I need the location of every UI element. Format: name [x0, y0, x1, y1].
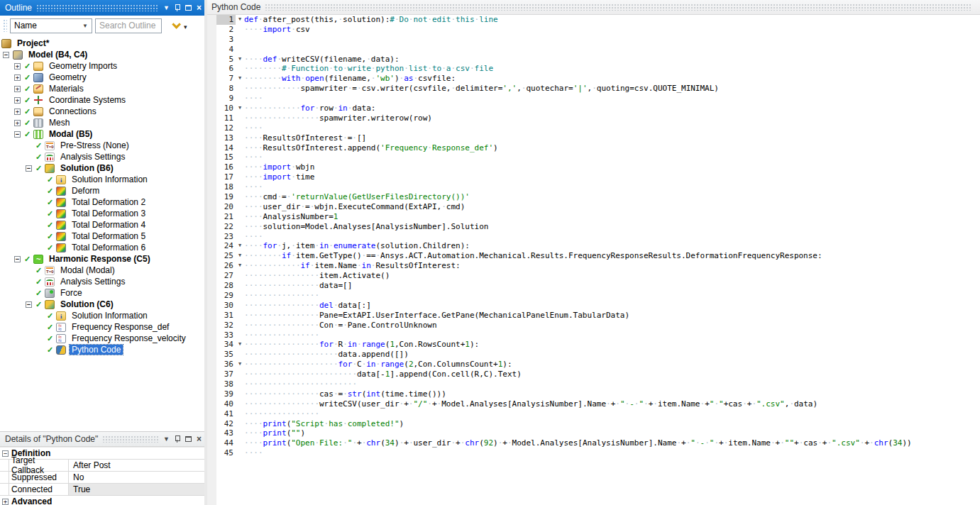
code-area[interactable]: 1▼def·after_post(this,·solution):#·Do·no…	[207, 15, 980, 505]
tree-item-materials[interactable]: +✓Materials	[0, 83, 204, 94]
tree-item-harmonic-response-c5[interactable]: −✓Harmonic Response (C5)	[0, 253, 204, 265]
collapse-icon[interactable]: −	[2, 450, 9, 457]
code-line[interactable]: 20····user_dir·=·wbjn.ExecuteCommand(Ext…	[207, 202, 980, 212]
code-line[interactable]: 35····················data.append([])	[207, 350, 980, 360]
code-line[interactable]: 19····cmd·=·'returnValue(GetUserFilesDir…	[207, 192, 980, 202]
tree-expander-icon[interactable]: +	[13, 63, 24, 70]
code-line[interactable]: 25▼········if·item.GetType()·==·Ansys.AC…	[207, 251, 980, 261]
fold-marker-icon[interactable]: ▼	[236, 251, 244, 261]
pin-icon[interactable]	[175, 4, 180, 12]
tree-item-label[interactable]: Analysis Settings	[58, 277, 127, 287]
expand-icon[interactable]: +	[14, 63, 21, 70]
code-line[interactable]: 26▼············if·item.Name·in·ResultsOf…	[207, 261, 980, 271]
tree-item-modal-modal[interactable]: ✓Modal (Modal)	[0, 265, 204, 276]
code-line[interactable]: 9····	[207, 94, 980, 104]
tree-item-total-deformation-5[interactable]: ✓Total Deformation 5	[0, 231, 204, 242]
tree-item-label[interactable]: Model (B4, C4)	[26, 50, 89, 60]
code-line[interactable]: 37························data[-1].appen…	[207, 370, 980, 379]
code-line[interactable]: 39················cas·=·str(int(time.tim…	[207, 389, 980, 399]
tree-item-mesh[interactable]: +✓Mesh	[0, 117, 204, 128]
tree-item-label[interactable]: Pre-Stress (None)	[58, 140, 131, 150]
code-line[interactable]: 12····	[207, 123, 980, 133]
code-line[interactable]: 23····	[207, 232, 980, 242]
fold-marker-icon[interactable]: ▼	[236, 74, 244, 84]
tree-item-label[interactable]: Harmonic Response (C5)	[47, 254, 153, 264]
fold-marker-icon[interactable]: ▼	[236, 55, 244, 65]
tree-item-modal-b5[interactable]: −✓Modal (B5)	[0, 128, 204, 140]
tree-item-frequency-response-def[interactable]: ✓Frequency Response_def	[0, 321, 204, 333]
tree-item-total-deformation-2[interactable]: ✓Total Deformation 2	[0, 196, 204, 208]
code-line[interactable]: 31················Pane=ExtAPI.UserInterf…	[207, 311, 980, 321]
tree-item-label[interactable]: Geometry Imports	[47, 61, 119, 71]
tree-expander-icon[interactable]: −	[1, 52, 13, 58]
tree-item-python-code[interactable]: ✓Python Code	[0, 344, 204, 355]
tree-item-label[interactable]: Python Code	[70, 345, 123, 355]
code-line[interactable]: 42····print("Script·has·completed!")	[207, 419, 980, 429]
collapse-icon[interactable]: −	[14, 131, 21, 138]
window-position-menu-icon[interactable]: ▼	[163, 4, 170, 11]
expand-icon[interactable]: +	[14, 74, 21, 81]
tree-item-label[interactable]: Solution (C6)	[58, 299, 116, 309]
tree-item-label[interactable]: Materials	[47, 84, 86, 94]
tree-item-solution-c6[interactable]: −✓Solution (C6)	[0, 299, 204, 310]
expand-collapse-chevron-icon[interactable]	[172, 20, 181, 29]
tree-item-label[interactable]: Solution Information	[70, 311, 150, 321]
code-line[interactable]: 28················data=[]	[207, 281, 980, 291]
code-line[interactable]: 11················spamwriter.writerow(ro…	[207, 113, 980, 123]
tree-item-label[interactable]: Solution (B6)	[58, 163, 116, 173]
code-line[interactable]: 36▼····················for·C·in·range(2,…	[207, 360, 980, 370]
tree-item-label[interactable]: Modal (B5)	[47, 129, 94, 139]
tree-item-label[interactable]: Solution Information	[70, 174, 150, 184]
tree-item-label[interactable]: Frequency Response_velocity	[70, 333, 188, 343]
tree-item-total-deformation-4[interactable]: ✓Total Deformation 4	[0, 219, 204, 231]
tree-item-label[interactable]: Analysis Settings	[58, 152, 127, 162]
tree-expander-icon[interactable]: −	[13, 256, 24, 262]
details-row-value[interactable]: After Post	[69, 460, 204, 471]
tree-item-analysis-settings[interactable]: ✓Analysis Settings	[0, 151, 204, 162]
code-line[interactable]: 4	[207, 45, 980, 55]
tree-item-model-b4-c4[interactable]: −Model (B4, C4)	[0, 49, 204, 60]
tree-item-pre-stress-none[interactable]: ✓Pre-Stress (None)	[0, 140, 204, 151]
expand-icon[interactable]: +	[14, 109, 21, 115]
tree-item-label[interactable]: Frequency Response_def	[70, 322, 171, 332]
collapse-icon[interactable]: −	[26, 165, 32, 172]
fold-marker-icon[interactable]: ▼	[236, 340, 244, 350]
code-line[interactable]: 8············spamwriter·=·csv.writer(csv…	[207, 84, 980, 94]
toolbar-drag-handle[interactable]	[3, 19, 7, 32]
tree-item-label[interactable]: Mesh	[47, 118, 72, 128]
code-line[interactable]: 1▼def·after_post(this,·solution):#·Do·no…	[207, 15, 980, 25]
tree-expander-icon[interactable]: +	[13, 120, 24, 126]
tree-expander-icon[interactable]: −	[13, 131, 24, 138]
code-line[interactable]: 6········#·Function·to·write·python·list…	[207, 64, 980, 74]
tree-item-label[interactable]: Modal (Modal)	[58, 265, 117, 275]
tree-item-label[interactable]: Deform	[70, 186, 101, 196]
tree-item-project[interactable]: Project*	[0, 38, 204, 49]
code-line[interactable]: 40················writeCSV(user_dir·+·"/…	[207, 399, 980, 409]
code-line[interactable]: 22····solution=Model.Analyses[AnalysisNu…	[207, 222, 980, 232]
float-window-icon[interactable]	[185, 436, 192, 442]
tree-item-solution-b6[interactable]: −✓Solution (B6)	[0, 162, 204, 174]
code-line[interactable]: 41················	[207, 409, 980, 419]
expand-icon[interactable]: +	[14, 86, 21, 92]
code-line[interactable]: 27················item.Activate()	[207, 271, 980, 281]
close-icon[interactable]: ×	[197, 435, 202, 443]
code-line[interactable]: 16····import·wbjn	[207, 162, 980, 172]
tree-item-label[interactable]: Total Deformation 4	[70, 220, 148, 230]
details-row-value[interactable]: No	[69, 472, 204, 483]
toolbar-overflow-icon[interactable]: ▾	[184, 23, 187, 29]
tree-item-label[interactable]: Total Deformation 2	[70, 197, 148, 207]
fold-marker-icon[interactable]: ▼	[236, 241, 244, 251]
tree-item-label[interactable]: Geometry	[47, 72, 89, 82]
tree-item-coordinate-systems[interactable]: +✓Coordinate Systems	[0, 94, 204, 106]
tree-expander-icon[interactable]: +	[13, 74, 24, 81]
expand-icon[interactable]: +	[14, 97, 21, 104]
code-line[interactable]: 5▼····def·writeCSV(filename,·data):	[207, 55, 980, 65]
code-line[interactable]: 29················	[207, 291, 980, 301]
collapse-icon[interactable]: −	[26, 301, 32, 308]
fold-marker-icon[interactable]: ▼	[236, 261, 244, 271]
code-line[interactable]: 38························	[207, 379, 980, 389]
tree-item-geometry-imports[interactable]: +✓Geometry Imports	[0, 60, 204, 72]
tree-item-solution-information[interactable]: ✓Solution Information	[0, 174, 204, 185]
code-line[interactable]: 10▼············for·row·in·data:	[207, 104, 980, 113]
code-line[interactable]: 14····ResultsOfInterest.append('Frequenc…	[207, 143, 980, 153]
